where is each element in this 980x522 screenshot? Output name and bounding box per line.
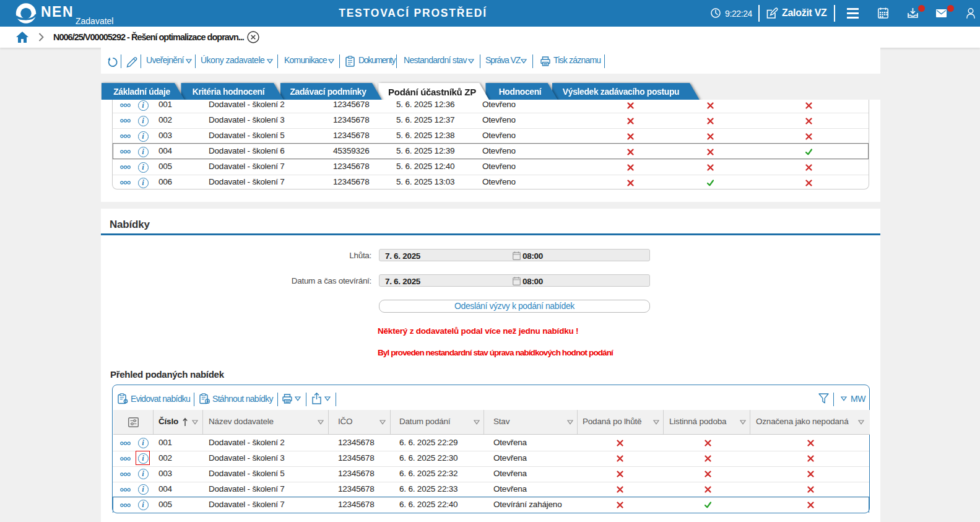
svg-text:Základní údaje: Základní údaje: [113, 87, 170, 97]
svg-text:Hodnocení: Hodnocení: [499, 87, 542, 97]
svg-text:Podání účastníků ZP: Podání účastníků ZP: [388, 87, 476, 97]
svg-text:Kritéria hodnocení: Kritéria hodnocení: [193, 87, 266, 97]
svg-text:Výsledek zadávacího postupu: Výsledek zadávacího postupu: [563, 87, 679, 97]
svg-text:Zadávací podmínky: Zadávací podmínky: [290, 87, 366, 97]
